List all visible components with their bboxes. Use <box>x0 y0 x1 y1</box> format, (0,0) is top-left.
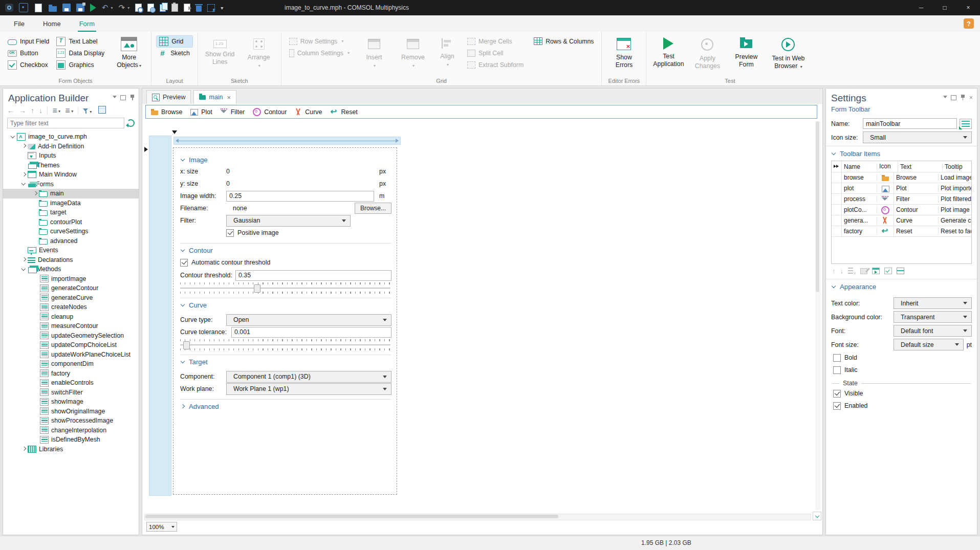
section-target[interactable]: Target <box>180 356 391 367</box>
tree-expander-icon[interactable] <box>20 171 28 179</box>
scrollbar-thumb[interactable] <box>816 121 819 292</box>
tree-expander-icon[interactable] <box>31 350 39 358</box>
toolbar-item-row[interactable]: browse Browse Load image... <box>832 172 971 183</box>
duplicate-icon[interactable] <box>184 4 190 12</box>
preview-file-icon[interactable] <box>135 4 142 12</box>
expand-columns-icon[interactable] <box>832 161 842 172</box>
float-panel-icon[interactable] <box>951 95 956 100</box>
form-toolbar-item[interactable]: Contour <box>253 107 287 116</box>
tree-expander-icon[interactable] <box>31 284 39 292</box>
help-button[interactable]: ? <box>964 18 974 29</box>
visible-checkbox[interactable]: Visible <box>833 388 863 399</box>
tree-item[interactable]: Declarations <box>3 255 139 265</box>
tree-item[interactable]: changeInterpolation <box>3 426 139 435</box>
form-design-area[interactable]: Image x: size0px y: size0px Image width:… <box>173 147 397 495</box>
section-expand-icon[interactable] <box>180 404 185 409</box>
tree-item[interactable]: updateCompChoiceList <box>3 340 139 350</box>
test-web-browser-button[interactable]: Test in Web Browser ▾ <box>768 35 808 71</box>
tree-expander-icon[interactable] <box>20 161 28 169</box>
text-label-button[interactable]: Text Label <box>54 36 107 47</box>
tree-expander-icon[interactable] <box>31 379 39 387</box>
tree-expander-icon[interactable] <box>31 398 39 406</box>
tree-item[interactable]: generateContour <box>3 283 139 293</box>
tree-item[interactable]: showOriginalImage <box>3 407 139 416</box>
tree-item[interactable]: showProcessedImage <box>3 416 139 426</box>
tab-file[interactable]: File <box>12 17 26 32</box>
icon-size-dropdown[interactable]: Small <box>863 131 972 143</box>
tree-item[interactable]: main <box>3 189 139 199</box>
show-errors-button[interactable]: Show Errors <box>607 35 641 70</box>
name-input[interactable] <box>863 118 957 129</box>
select-region-icon[interactable] <box>207 4 215 12</box>
run-icon[interactable] <box>90 4 96 12</box>
tree-item[interactable]: enableControls <box>3 378 139 388</box>
tree-item[interactable]: switchFilter <box>3 388 139 398</box>
tree-expander-icon[interactable] <box>20 247 28 254</box>
model-builder-toggle-icon[interactable] <box>98 106 106 115</box>
close-button[interactable]: × <box>956 0 980 15</box>
tree-expander-icon[interactable] <box>31 237 39 245</box>
tree-item[interactable]: image_to_curve.mph <box>3 132 139 142</box>
toolbar-item-row[interactable]: process Filter Plot filtered i... <box>832 193 971 204</box>
font-size-dropdown[interactable]: Default size <box>894 339 964 350</box>
curve-tolerance-slider[interactable] <box>180 339 390 350</box>
tree-expander-icon[interactable] <box>20 256 28 263</box>
pin-panel-icon[interactable] <box>961 95 965 101</box>
panel-menu-icon[interactable] <box>943 96 947 100</box>
filter-dropdown[interactable]: Gaussian <box>226 215 351 227</box>
minimize-button[interactable]: ─ <box>909 0 933 15</box>
tree-expander-icon[interactable] <box>20 266 28 273</box>
pin-panel-icon[interactable] <box>130 95 135 101</box>
button-button[interactable]: Button <box>5 48 52 59</box>
tree-expander-icon[interactable] <box>31 341 39 349</box>
float-panel-icon[interactable] <box>120 95 126 100</box>
tree-expander-icon[interactable] <box>31 407 39 415</box>
input-field-button[interactable]: Input Field <box>5 36 52 47</box>
tree-expander-icon[interactable] <box>31 436 39 444</box>
section-collapse-icon[interactable] <box>180 302 185 307</box>
close-panel-icon[interactable]: × <box>969 96 973 100</box>
tree-expander-icon[interactable] <box>31 199 39 207</box>
tab-main[interactable]: main × <box>193 90 236 104</box>
curve-tolerance-input[interactable] <box>231 327 391 338</box>
tree-item[interactable]: Forms <box>3 180 139 189</box>
horizontal-scrollbar[interactable] <box>144 514 811 520</box>
tree-item[interactable]: contourPlot <box>3 217 139 227</box>
section-collapse-icon[interactable] <box>180 157 185 162</box>
desktop-window-icon[interactable] <box>19 3 28 12</box>
tree-expander-icon[interactable] <box>9 133 17 141</box>
tree-item[interactable]: imageData <box>3 199 139 208</box>
tree-item[interactable]: updateWorkPlaneChoiceList <box>3 350 139 360</box>
tree-expander-icon[interactable] <box>31 417 39 425</box>
section-advanced[interactable]: Advanced <box>180 401 391 412</box>
section-collapse-icon[interactable] <box>180 359 185 364</box>
tree-expander-icon[interactable] <box>31 322 39 330</box>
form-toolbar-item[interactable]: Filter <box>221 108 245 116</box>
tree-expander-icon[interactable] <box>31 360 39 368</box>
tree-item[interactable]: Themes <box>3 161 139 170</box>
find-icon[interactable] <box>147 4 154 12</box>
browse-file-button[interactable]: Browse... <box>355 203 391 214</box>
tree-item[interactable]: isDefinedByMesh <box>3 435 139 445</box>
tree-filter-input[interactable] <box>7 118 124 128</box>
grid-mode-button[interactable]: Grid <box>157 36 192 47</box>
tree-item[interactable]: Add-in Definition <box>3 142 139 151</box>
vertical-scrollbar[interactable] <box>815 121 821 510</box>
text-color-dropdown[interactable]: Inherit <box>894 297 972 309</box>
font-dropdown[interactable]: Default font <box>894 325 972 337</box>
scrollbar-thumb[interactable] <box>145 515 558 518</box>
open-file-icon[interactable] <box>49 6 57 12</box>
graphics-button[interactable]: Graphics <box>54 59 107 71</box>
preview-form-button[interactable]: Preview Form <box>729 35 763 69</box>
tree-expander-icon[interactable] <box>31 294 39 301</box>
grid-row-gutter[interactable] <box>149 136 171 496</box>
tree-item[interactable]: Methods <box>3 265 139 274</box>
auto-threshold-checkbox[interactable]: Automatic contour threshold <box>180 257 270 268</box>
contour-threshold-slider[interactable] <box>180 282 390 294</box>
section-appearance[interactable]: Appearance <box>826 280 977 293</box>
delete-icon[interactable] <box>196 6 202 12</box>
tree-item[interactable]: Events <box>3 246 139 255</box>
save-icon[interactable] <box>62 4 71 12</box>
form-toolbar-item[interactable]: Reset <box>330 108 357 116</box>
qat-overflow-icon[interactable]: ▾ <box>221 5 223 11</box>
